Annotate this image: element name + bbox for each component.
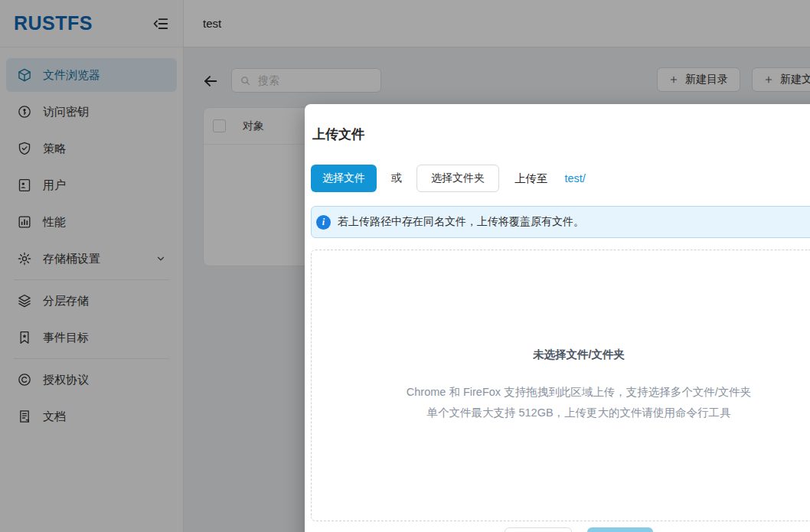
dropzone-hint-line2: 单个文件最大支持 512GB，上传更大的文件请使用命令行工具	[426, 403, 730, 423]
select-folder-button[interactable]: 选择文件夹	[416, 165, 499, 192]
upload-file-modal: 上传文件 选择文件 或 选择文件夹 上传至 test/ i 若上传路径中存在同名…	[305, 104, 810, 532]
modal-actions-row: 选择文件 或 选择文件夹 上传至 test/	[311, 165, 810, 192]
info-icon: i	[316, 215, 331, 230]
info-alert-text: 若上传路径中存在同名文件，上传将覆盖原有文件。	[338, 215, 584, 229]
modal-footer: 参数配置 开始上传	[311, 527, 810, 532]
info-alert: i 若上传路径中存在同名文件，上传将覆盖原有文件。	[311, 206, 810, 238]
or-text: 或	[391, 171, 402, 185]
upload-to-label: 上传至	[514, 171, 548, 186]
dropzone-hint-line1: Chrome 和 FireFox 支持拖拽到此区域上传，支持选择多个文件/文件夹	[407, 382, 751, 403]
select-file-button[interactable]: 选择文件	[311, 165, 377, 192]
dropzone-empty-title: 未选择文件/文件夹	[533, 348, 625, 362]
file-dropzone[interactable]: 未选择文件/文件夹 Chrome 和 FireFox 支持拖拽到此区域上传，支持…	[311, 250, 810, 521]
modal-title: 上传文件	[312, 124, 810, 145]
upload-path-link[interactable]: test/	[565, 172, 586, 184]
start-upload-button[interactable]: 开始上传	[587, 527, 653, 532]
config-params-button[interactable]: 参数配置	[505, 527, 572, 532]
